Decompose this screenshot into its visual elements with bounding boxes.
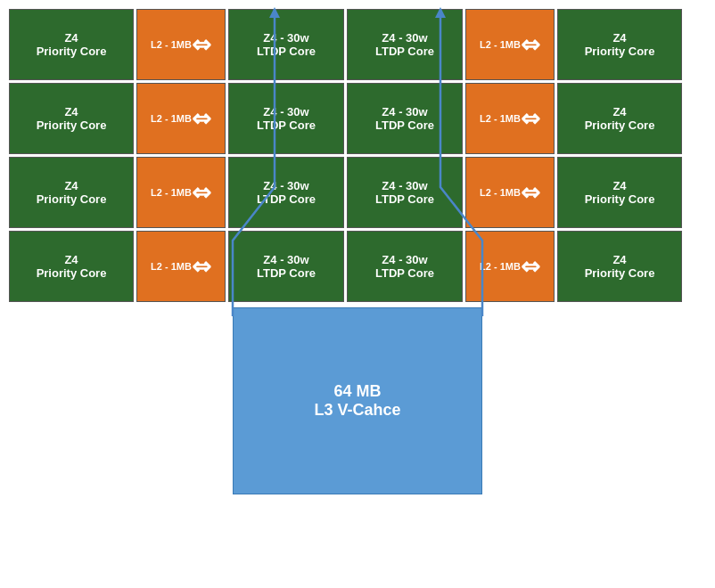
cell-r1-c1: L2 - 1MB⇔ <box>136 83 226 154</box>
l3-line2: L3 V-Cahce <box>314 401 400 420</box>
cell-r2-c2: Z4 - 30wLTDP Core <box>228 157 344 228</box>
cell-r2-c3: Z4 - 30wLTDP Core <box>347 157 463 228</box>
cell-r0-c1: L2 - 1MB⇔ <box>136 9 226 80</box>
l3-container: 64 MB L3 V-Cahce <box>9 307 706 494</box>
l3-line1: 64 MB <box>314 382 400 401</box>
cell-r3-c5: Z4Priority Core <box>557 231 682 302</box>
cell-r3-c1: L2 - 1MB⇔ <box>136 231 226 302</box>
cell-r0-c5: Z4Priority Core <box>557 9 682 80</box>
cell-r2-c1: L2 - 1MB⇔ <box>136 157 226 228</box>
cell-r0-c2: Z4 - 30wLTDP Core <box>228 9 344 80</box>
cpu-grid: Z4Priority CoreL2 - 1MB⇔Z4 - 30wLTDP Cor… <box>9 9 706 302</box>
cell-r3-c2: Z4 - 30wLTDP Core <box>228 231 344 302</box>
cell-r1-c5: Z4Priority Core <box>557 83 682 154</box>
cell-r3-c0: Z4Priority Core <box>9 231 134 302</box>
cell-r1-c4: L2 - 1MB⇔ <box>465 83 555 154</box>
cell-r2-c4: L2 - 1MB⇔ <box>465 157 555 228</box>
cell-r3-c4: L2 - 1MB⇔ <box>465 231 555 302</box>
diagram-container: Z4Priority CoreL2 - 1MB⇔Z4 - 30wLTDP Cor… <box>0 0 715 588</box>
cell-r1-c0: Z4Priority Core <box>9 83 134 154</box>
cell-r1-c3: Z4 - 30wLTDP Core <box>347 83 463 154</box>
cell-r0-c3: Z4 - 30wLTDP Core <box>347 9 463 80</box>
cell-r2-c0: Z4Priority Core <box>9 157 134 228</box>
cell-r1-c2: Z4 - 30wLTDP Core <box>228 83 344 154</box>
cell-r0-c4: L2 - 1MB⇔ <box>465 9 555 80</box>
cell-r2-c5: Z4Priority Core <box>557 157 682 228</box>
cell-r3-c3: Z4 - 30wLTDP Core <box>347 231 463 302</box>
l3-cache-box: 64 MB L3 V-Cahce <box>233 307 482 494</box>
cell-r0-c0: Z4Priority Core <box>9 9 134 80</box>
